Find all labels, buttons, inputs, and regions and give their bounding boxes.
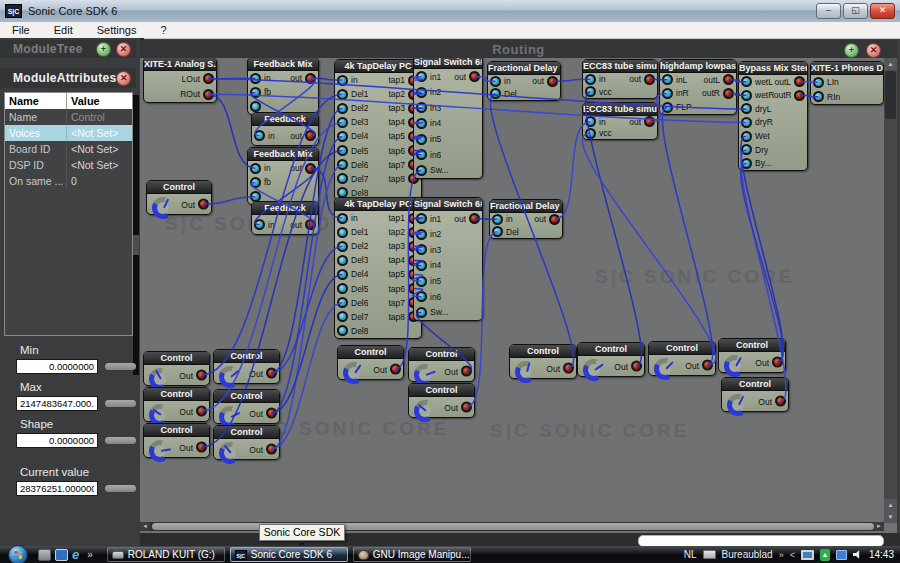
network-tray-icon[interactable] [836,550,847,560]
field-slider[interactable] [105,485,136,492]
control-knob[interactable] [149,440,171,462]
patch-wire[interactable] [741,163,783,362]
control-knob[interactable] [152,197,174,219]
scroll-right-arrow[interactable]: ► [874,522,884,531]
module-ecc83-tube-simu[interactable]: ECC83 tube simu...inoutvcc [582,102,658,140]
output-port[interactable] [644,116,655,127]
output-port[interactable] [644,74,655,85]
input-port[interactable] [416,291,427,302]
input-port[interactable] [741,131,752,142]
input-port[interactable] [813,91,824,102]
control-knob[interactable] [727,394,749,416]
module-control[interactable]: ControlOut [213,349,280,384]
routing-canvas[interactable]: ◄ ► ▲ ▲ ▼ S|C SONIC CORES|C SONIC CORES|… [140,58,897,533]
vertical-scrollbar-thumb[interactable] [885,71,896,119]
volume-tray-icon[interactable] [853,550,863,560]
input-port[interactable] [337,325,348,336]
module-xite-1-phones-dest[interactable]: XITE-1 Phones DestLInRIn [810,61,884,105]
output-port[interactable] [723,74,734,85]
control-knob[interactable] [583,359,605,381]
output-port[interactable] [196,406,207,417]
start-button[interactable] [8,545,28,563]
quick-launch-icon-1[interactable] [38,549,51,561]
panel-scrollbar[interactable] [133,95,139,375]
module-control[interactable]: ControlOut [213,389,280,424]
tray-expand-chevron[interactable]: < [790,550,795,560]
input-port[interactable] [416,149,427,160]
output-port[interactable] [196,370,207,381]
field-input[interactable] [16,481,98,496]
module-control[interactable]: ControlOut [146,180,212,215]
input-port[interactable] [337,117,348,128]
module-control[interactable]: ControlOut [718,338,786,373]
input-port[interactable] [662,74,673,85]
module-xite-1-analog-s[interactable]: XITE-1 Analog S...LOutROut [143,58,217,103]
output-port[interactable] [563,363,574,374]
module-highdamp-lowpas[interactable]: highdamp lowpas...inLoutLinRoutRFLP [659,59,737,115]
input-port[interactable] [250,87,261,98]
control-knob[interactable] [219,366,241,388]
field-slider[interactable] [105,437,136,444]
input-port[interactable] [337,145,348,156]
language-indicator[interactable]: NL [684,549,697,560]
input-port[interactable] [250,163,261,174]
taskbar-task-gimp[interactable]: GNU Image Manipu... [353,547,471,562]
input-port[interactable] [337,131,348,142]
output-port[interactable] [775,396,786,407]
output-port[interactable] [305,163,316,174]
output-port[interactable] [794,76,805,87]
input-port[interactable] [337,241,348,252]
input-port[interactable] [337,89,348,100]
output-port[interactable] [196,442,207,453]
attribute-row[interactable]: NameControl [5,109,132,125]
input-port[interactable] [585,128,596,139]
input-port[interactable] [250,73,261,84]
input-port[interactable] [337,103,348,114]
module-ecc83-tube-simu[interactable]: ECC83 tube simu...inoutvcc [582,59,658,99]
input-port[interactable] [337,159,348,170]
input-port[interactable] [337,213,348,224]
control-knob[interactable] [414,400,436,422]
module-control[interactable]: ControlOut [721,377,789,412]
input-port[interactable] [337,283,348,294]
input-port[interactable] [741,117,752,128]
input-port[interactable] [662,102,673,113]
field-input[interactable] [16,396,98,411]
input-port[interactable] [741,144,752,155]
attribute-value[interactable]: 0 [67,173,132,189]
menu-settings[interactable]: Settings [85,24,149,36]
attribute-row[interactable]: On same ...0 [5,173,132,189]
output-port[interactable] [203,89,214,100]
field-input[interactable] [16,359,98,374]
control-knob[interactable] [219,442,241,464]
input-port[interactable] [250,177,261,188]
input-port[interactable] [585,86,596,97]
output-port[interactable] [794,90,805,101]
module-control[interactable]: ControlOut [408,383,475,418]
desktop-toolbar-label[interactable]: Bureaublad [722,549,773,560]
input-port[interactable] [492,226,503,237]
input-port[interactable] [490,88,501,99]
module-4k-tapdelay-pc[interactable]: 4k TapDelay PCintap1Del1tap2Del2tap3Del3… [334,197,422,339]
input-port[interactable] [492,214,503,225]
module-control[interactable]: ControlOut [577,342,645,377]
close-button[interactable]: ✕ [870,3,895,19]
scroll-up-arrow[interactable]: ▲ [884,58,897,70]
input-port[interactable] [813,77,824,88]
module-control[interactable]: ControlOut [408,347,475,382]
display-tray-icon[interactable] [801,550,814,560]
module-control[interactable]: ControlOut [509,344,577,379]
input-port[interactable] [416,260,427,271]
routing-close-button[interactable]: ✕ [866,43,881,58]
module-signal-switch-6-1[interactable]: Signal Switch 6#1in1outin2in3in4in5in6Sw… [413,197,483,321]
module-feedback-mix[interactable]: Feedback Mixinoutfb [247,147,319,205]
input-port[interactable] [741,76,752,87]
output-port[interactable] [390,364,401,375]
routing-add-button[interactable]: + [844,43,859,58]
output-port[interactable] [305,73,316,84]
module-control[interactable]: ControlOut [143,387,210,422]
vertical-scrollbar[interactable]: ▲ ▲ ▼ [884,58,897,523]
output-port[interactable] [631,361,642,372]
toolbar-more-chevron[interactable]: » [779,550,784,560]
output-port[interactable] [305,219,316,230]
